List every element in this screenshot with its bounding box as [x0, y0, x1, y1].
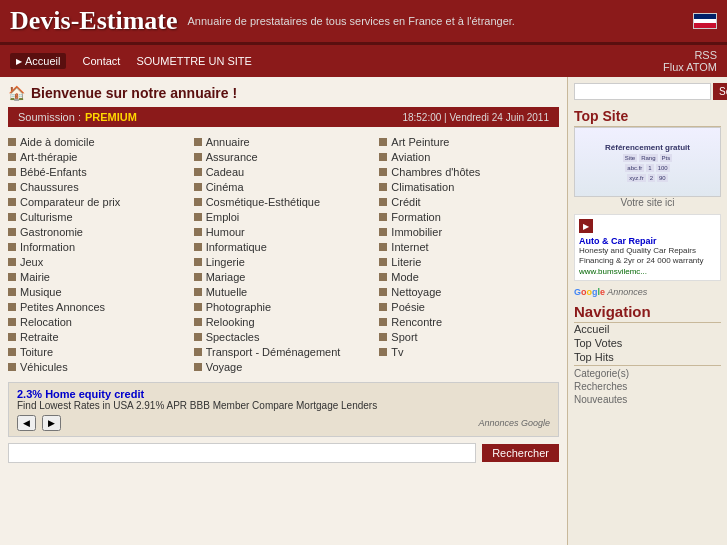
ad-box-title[interactable]: Auto & Car Repair: [579, 236, 716, 246]
ad-title[interactable]: 2.3% Home equity credit: [17, 388, 550, 400]
category-item[interactable]: Emploi: [194, 210, 374, 224]
cat-link[interactable]: Chaussures: [20, 181, 79, 193]
category-item[interactable]: Climatisation: [379, 180, 559, 194]
cat-link[interactable]: Voyage: [206, 361, 243, 373]
cat-link[interactable]: Cosmétique-Esthétique: [206, 196, 320, 208]
category-item[interactable]: Art-thérapie: [8, 150, 188, 164]
category-item[interactable]: Retraite: [8, 330, 188, 344]
category-item[interactable]: Formation: [379, 210, 559, 224]
cat-link[interactable]: Tv: [391, 346, 403, 358]
cat-link[interactable]: Mariage: [206, 271, 246, 283]
cat-link[interactable]: Petites Annonces: [20, 301, 105, 313]
cat-link[interactable]: Aviation: [391, 151, 430, 163]
sidebar-search-button[interactable]: Search: [713, 83, 727, 100]
rss-link[interactable]: RSS: [694, 49, 717, 61]
cat-link[interactable]: Chambres d'hôtes: [391, 166, 480, 178]
category-item[interactable]: Aviation: [379, 150, 559, 164]
cat-link[interactable]: Mutuelle: [206, 286, 248, 298]
sidebar-search-input[interactable]: [574, 83, 711, 100]
cat-link[interactable]: Art Peinture: [391, 136, 449, 148]
cat-link[interactable]: Spectacles: [206, 331, 260, 343]
category-item[interactable]: Musique: [8, 285, 188, 299]
cat-link[interactable]: Sport: [391, 331, 417, 343]
votre-site-label[interactable]: Votre site ici: [574, 197, 721, 208]
category-item[interactable]: Aide à domicile: [8, 135, 188, 149]
cat-link[interactable]: Nettoyage: [391, 286, 441, 298]
cat-link[interactable]: Rencontre: [391, 316, 442, 328]
cat-link[interactable]: Retraite: [20, 331, 59, 343]
nav-accueil[interactable]: Accueil: [10, 53, 66, 69]
category-item[interactable]: Cadeau: [194, 165, 374, 179]
category-item[interactable]: Rencontre: [379, 315, 559, 329]
category-item[interactable]: Voyage: [194, 360, 374, 374]
category-item[interactable]: Cinéma: [194, 180, 374, 194]
cat-link[interactable]: Relocation: [20, 316, 72, 328]
category-item[interactable]: Petites Annonces: [8, 300, 188, 314]
cat-link[interactable]: Aide à domicile: [20, 136, 95, 148]
category-item[interactable]: Relocation: [8, 315, 188, 329]
sidebar-nav-link[interactable]: Top Votes: [574, 337, 721, 349]
category-item[interactable]: Toiture: [8, 345, 188, 359]
sidebar-cat-link[interactable]: Recherches: [574, 381, 721, 392]
category-item[interactable]: Spectacles: [194, 330, 374, 344]
cat-link[interactable]: Photographie: [206, 301, 271, 313]
category-item[interactable]: Photographie: [194, 300, 374, 314]
category-item[interactable]: Chaussures: [8, 180, 188, 194]
category-item[interactable]: Sport: [379, 330, 559, 344]
cat-link[interactable]: Lingerie: [206, 256, 245, 268]
sidebar-cat-link[interactable]: Categorie(s): [574, 368, 721, 379]
cat-link[interactable]: Assurance: [206, 151, 258, 163]
category-item[interactable]: Bébé-Enfants: [8, 165, 188, 179]
category-item[interactable]: Lingerie: [194, 255, 374, 269]
category-item[interactable]: Cosmétique-Esthétique: [194, 195, 374, 209]
category-item[interactable]: [379, 360, 559, 374]
cat-link[interactable]: Information: [20, 241, 75, 253]
cat-link[interactable]: Transport - Déménagement: [206, 346, 341, 358]
category-item[interactable]: Humour: [194, 225, 374, 239]
category-item[interactable]: Assurance: [194, 150, 374, 164]
category-item[interactable]: Mariage: [194, 270, 374, 284]
cat-link[interactable]: Culturisme: [20, 211, 73, 223]
category-item[interactable]: Informatique: [194, 240, 374, 254]
category-item[interactable]: Relooking: [194, 315, 374, 329]
cat-link[interactable]: Cadeau: [206, 166, 245, 178]
category-item[interactable]: Comparateur de prix: [8, 195, 188, 209]
atom-link[interactable]: Flux ATOM: [663, 61, 717, 73]
category-item[interactable]: Crédit: [379, 195, 559, 209]
cat-link[interactable]: Humour: [206, 226, 245, 238]
category-item[interactable]: Information: [8, 240, 188, 254]
category-item[interactable]: Poésie: [379, 300, 559, 314]
cat-link[interactable]: Informatique: [206, 241, 267, 253]
category-item[interactable]: Immobilier: [379, 225, 559, 239]
category-item[interactable]: Mairie: [8, 270, 188, 284]
sidebar-nav-link[interactable]: Top Hits: [574, 351, 721, 363]
cat-link[interactable]: Gastronomie: [20, 226, 83, 238]
category-item[interactable]: Mutuelle: [194, 285, 374, 299]
cat-link[interactable]: Formation: [391, 211, 441, 223]
category-item[interactable]: Mode: [379, 270, 559, 284]
ad-next-button[interactable]: ▶: [42, 415, 61, 431]
category-item[interactable]: Annuaire: [194, 135, 374, 149]
category-item[interactable]: Art Peinture: [379, 135, 559, 149]
sidebar-nav-link[interactable]: Accueil: [574, 323, 721, 335]
cat-link[interactable]: Emploi: [206, 211, 240, 223]
cat-link[interactable]: Bébé-Enfants: [20, 166, 87, 178]
cat-link[interactable]: Toiture: [20, 346, 53, 358]
category-item[interactable]: Literie: [379, 255, 559, 269]
cat-link[interactable]: Annuaire: [206, 136, 250, 148]
cat-link[interactable]: Poésie: [391, 301, 425, 313]
search-button[interactable]: Rechercher: [482, 444, 559, 462]
nav-contact[interactable]: Contact: [82, 55, 120, 67]
cat-link[interactable]: Mode: [391, 271, 419, 283]
search-input[interactable]: [8, 443, 476, 463]
cat-link[interactable]: Relooking: [206, 316, 255, 328]
category-item[interactable]: Nettoyage: [379, 285, 559, 299]
cat-link[interactable]: Comparateur de prix: [20, 196, 120, 208]
ad-box-link[interactable]: www.bumsvilemc...: [579, 267, 716, 276]
ad-prev-button[interactable]: ◀: [17, 415, 36, 431]
cat-link[interactable]: Crédit: [391, 196, 420, 208]
category-item[interactable]: Internet: [379, 240, 559, 254]
cat-link[interactable]: Véhicules: [20, 361, 68, 373]
category-item[interactable]: Culturisme: [8, 210, 188, 224]
cat-link[interactable]: Climatisation: [391, 181, 454, 193]
